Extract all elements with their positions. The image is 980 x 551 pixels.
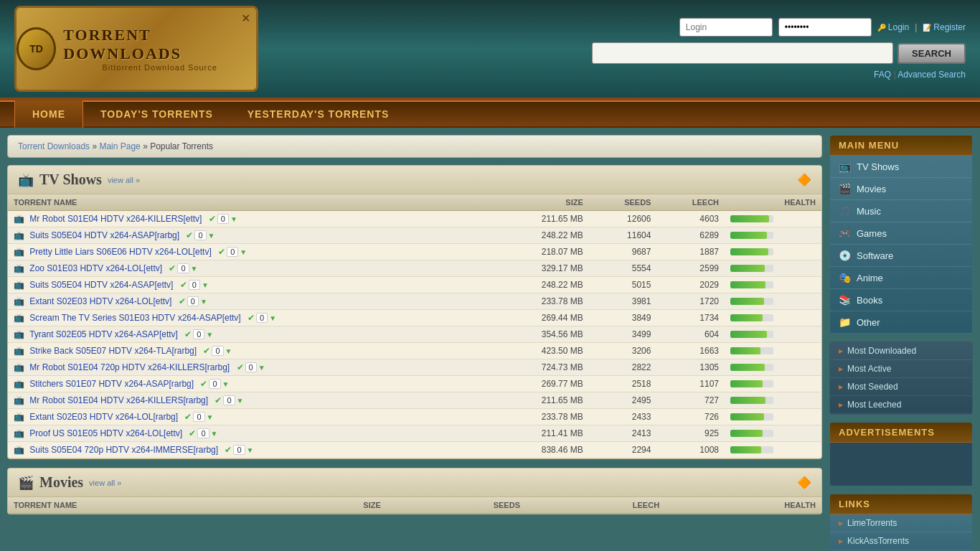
vote-arrow-icon: ▼: [225, 347, 232, 355]
torrent-link[interactable]: Extant S02E03 HDTV x264-LOL[rarbg]: [29, 412, 178, 422]
search-input[interactable]: [592, 42, 893, 64]
faq-link[interactable]: FAQ: [874, 70, 891, 80]
movies-col-seeds: SEEDS: [387, 497, 526, 514]
vote-area: ✔ 0 ▼: [184, 329, 213, 339]
vote-check-icon: ✔: [184, 412, 192, 422]
torrent-link[interactable]: Scream The TV Series S01E03 HDTV x264-AS…: [29, 313, 240, 323]
torrent-name-cell: 📺 Mr Robot S01E04 720p HDTV x264-KILLERS…: [8, 359, 494, 376]
login-button[interactable]: Login: [877, 22, 909, 32]
movies-col-health: HEALTH: [665, 497, 821, 514]
login-input[interactable]: [679, 18, 773, 37]
torrent-size: 211.41 MB: [494, 425, 588, 442]
register-link[interactable]: Register: [923, 22, 966, 32]
sidebar-item-software[interactable]: 💿 Software: [830, 245, 972, 267]
nav-yesterday[interactable]: YESTERDAY'S TORRENTS: [230, 100, 407, 128]
nav-home[interactable]: HOME: [14, 100, 83, 128]
vote-check-icon: ✔: [215, 395, 222, 405]
breadcrumb-main[interactable]: Main Page: [99, 141, 140, 151]
torrent-link[interactable]: Zoo S01E03 HDTV x264-LOL[ettv]: [29, 263, 162, 273]
torrent-link[interactable]: Extant S02E03 HDTV x264-LOL[ettv]: [29, 296, 171, 306]
vote-arrow-icon: ▼: [206, 331, 213, 339]
vote-check-icon: ✔: [189, 428, 196, 438]
torrent-seeds: 5554: [589, 260, 657, 277]
torrent-link[interactable]: Stitchers S01E07 HDTV x264-ASAP[rarbg]: [29, 379, 194, 389]
sidebar-item-movies[interactable]: 🎬 Movies: [830, 178, 972, 200]
health-bar: [730, 265, 765, 272]
vote-count: 0: [189, 280, 200, 290]
sidebar-item-books[interactable]: 📚 Books: [830, 289, 972, 311]
login-area: Login | Register: [679, 18, 966, 37]
sidebar-most-leeched[interactable]: Most Leeched: [830, 396, 972, 414]
movies-rss-icon[interactable]: 🔶: [797, 476, 811, 489]
torrent-link[interactable]: Mr Robot S01E04 HDTV x264-KILLERS[rarbg]: [29, 395, 208, 405]
torrent-link[interactable]: Suits S05E04 HDTV x264-ASAP[ettv]: [29, 280, 173, 290]
books-sidebar-icon: 📚: [839, 294, 851, 306]
vote-arrow-icon: ▼: [202, 281, 209, 289]
sidebar-tvshows-label: TV Shows: [857, 161, 899, 172]
table-row: 📺 Mr Robot S01E04 720p HDTV x264-KILLERS…: [8, 359, 821, 376]
tv-shows-rss-icon[interactable]: 🔶: [797, 173, 811, 187]
torrent-size: 269.44 MB: [494, 310, 588, 326]
tv-shows-body: 📺 Mr Robot S01E04 HDTV x264-KILLERS[ettv…: [8, 211, 821, 458]
games-sidebar-icon: 🎮: [839, 227, 851, 239]
vote-check-icon: ✔: [186, 230, 193, 240]
vote-area: ✔ 0 ▼: [203, 346, 232, 356]
link-kickass[interactable]: KickAssTorrents: [830, 532, 972, 550]
health-bar-container: [730, 430, 773, 437]
tv-shows-table: TORRENT NAME SIZE SEEDS LEECH HEALTH 📺 M…: [8, 194, 821, 458]
torrent-size: 724.73 MB: [494, 359, 588, 376]
vote-check-icon: ✔: [184, 329, 192, 339]
tv-row-icon: 📺: [14, 313, 24, 323]
movies-table: TORRENT NAME SIZE SEEDS LEECH HEALTH: [8, 497, 821, 514]
search-button[interactable]: SEARCH: [897, 43, 966, 64]
torrent-link[interactable]: Pretty Little Liars S06E06 HDTV x264-LOL…: [29, 247, 211, 257]
vote-count: 0: [194, 230, 206, 240]
torrent-link[interactable]: Proof US S01E05 HDTV x264-LOL[ettv]: [29, 428, 182, 438]
sidebar-item-games[interactable]: 🎮 Games: [830, 222, 972, 245]
torrent-leech: 1887: [656, 244, 725, 260]
vote-area: ✔ 0 ▼: [209, 214, 237, 224]
health-bar: [730, 248, 768, 255]
sidebar-most-seeded[interactable]: Most Seeded: [830, 378, 972, 396]
sidebar-item-other[interactable]: 📁 Other: [830, 311, 972, 334]
torrent-link[interactable]: Tyrant S02E05 HDTV x264-ASAP[ettv]: [29, 329, 178, 339]
sidebar-item-anime[interactable]: 🎭 Anime: [830, 267, 972, 289]
torrent-link[interactable]: Suits S05E04 720p HDTV x264-IMMERSE[rarb…: [29, 445, 218, 455]
nav-today[interactable]: TODAY'S TORRENTS: [83, 100, 230, 128]
sidebar-most-downloaded[interactable]: Most Downloaded: [830, 342, 972, 360]
password-input[interactable]: [778, 18, 872, 37]
movies-view-all[interactable]: view all »: [89, 479, 121, 487]
torrent-seeds: 12606: [589, 211, 657, 227]
torrent-health: [725, 409, 821, 425]
header-right: Login | Register SEARCH FAQ | Advanced S…: [592, 18, 966, 80]
advanced-search-link[interactable]: Advanced Search: [897, 70, 966, 80]
vote-count: 0: [209, 379, 220, 389]
torrent-health: [725, 326, 821, 343]
sidebar-most-active[interactable]: Most Active: [830, 360, 972, 378]
torrent-link[interactable]: Mr Robot S01E04 HDTV x264-KILLERS[ettv]: [29, 214, 202, 224]
close-icon[interactable]: ✕: [241, 11, 250, 25]
torrent-health: [725, 293, 821, 310]
vote-check-icon: ✔: [200, 379, 207, 389]
torrent-link[interactable]: Suits S05E04 HDTV x264-ASAP[rarbg]: [29, 230, 179, 240]
tv-row-icon: 📺: [14, 263, 24, 273]
sidebar-item-tvshows[interactable]: 📺 TV Shows: [830, 156, 972, 178]
breadcrumb-home[interactable]: Torrent Downloads: [18, 141, 90, 151]
torrent-link[interactable]: Strike Back S05E07 HDTV x264-TLA[rarbg]: [29, 346, 197, 356]
torrent-name-cell: 📺 Extant S02E03 HDTV x264-LOL[ettv] ✔ 0 …: [8, 293, 494, 310]
sidebar-item-music[interactable]: 🎵 Music: [830, 200, 972, 222]
torrent-leech: 726: [656, 409, 725, 425]
table-header-row: TORRENT NAME SIZE SEEDS LEECH HEALTH: [8, 194, 821, 211]
health-bar-container: [730, 413, 773, 420]
vote-arrow-icon: ▼: [191, 265, 198, 273]
col-size: SIZE: [494, 194, 588, 211]
torrent-link[interactable]: Mr Robot S01E04 720p HDTV x264-KILLERS[r…: [29, 362, 230, 372]
table-row: 📺 Suits S05E04 HDTV x264-ASAP[ettv] ✔ 0 …: [8, 277, 821, 293]
health-bar: [730, 215, 769, 222]
vote-count: 0: [177, 263, 189, 273]
link-limetorrents[interactable]: LimeTorrents: [830, 514, 972, 532]
health-bar-container: [730, 265, 773, 272]
health-bar: [730, 364, 765, 371]
torrent-seeds: 2433: [589, 409, 657, 425]
tv-shows-view-all[interactable]: view all »: [108, 176, 140, 184]
